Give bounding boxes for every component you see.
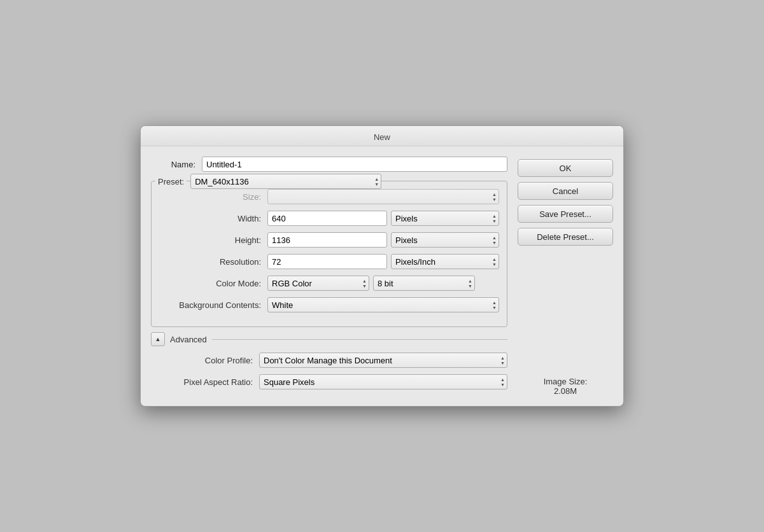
resolution-label: Resolution: [159,257,267,267]
color-profile-control-area: Don't Color Manage this Document [259,353,507,368]
ok-button[interactable]: OK [518,159,613,177]
name-input[interactable] [202,157,507,172]
size-select[interactable] [267,189,499,204]
width-unit-select[interactable]: Pixels Inches Centimeters [391,211,499,226]
preset-group: Preset: DM_640x1136 Size: [151,181,507,327]
color-mode-control-area: RGB Color CMYK Color Grayscale 8 bit 16 … [267,276,499,291]
height-row: Height: Pixels Inches Centimeters [159,232,499,248]
color-profile-wrapper: Don't Color Manage this Document [259,353,507,368]
resolution-unit-select[interactable]: Pixels/Inch Pixels/Centimeter [391,254,499,269]
dialog-title: New [374,132,390,142]
preset-group-label-row: Preset: DM_640x1136 [155,174,381,189]
resolution-control-area: Pixels/Inch Pixels/Centimeter [267,254,499,269]
image-size-block: Image Size: 2.08M [518,339,613,396]
advanced-divider [212,339,507,340]
bit-depth-wrapper: 8 bit 16 bit 32 bit [373,276,475,291]
resolution-row: Resolution: Pixels/Inch Pixels/Centimete… [159,254,499,269]
background-control-area: White Black Background Color Transparent [267,297,499,312]
resolution-input[interactable] [267,254,387,269]
pixel-aspect-label: Pixel Aspect Ratio: [151,377,259,387]
save-preset-button[interactable]: Save Preset... [518,205,613,223]
height-label: Height: [159,235,267,245]
background-contents-select[interactable]: White Black Background Color Transparent [267,297,499,312]
preset-select-wrapper: DM_640x1136 [190,174,381,189]
size-label: Size: [159,192,267,202]
bit-depth-select[interactable]: 8 bit 16 bit 32 bit [373,276,475,291]
pixel-aspect-wrapper: Square Pixels [259,374,507,389]
image-size-label: Image Size: [518,377,613,386]
advanced-toggle-icon: ▲ [155,336,161,342]
color-mode-select[interactable]: RGB Color CMYK Color Grayscale [267,276,369,291]
advanced-toggle-button[interactable]: ▲ [151,332,165,346]
new-document-dialog: New Name: Preset: DM_640x1136 [140,125,624,407]
color-mode-wrapper: RGB Color CMYK Color Grayscale [267,276,369,291]
right-panel: OK Cancel Save Preset... Delete Preset..… [518,157,613,396]
image-size-value: 2.08M [518,386,613,396]
size-select-wrapper [267,189,499,204]
preset-key-label: Preset: [155,177,187,186]
advanced-row: ▲ Advanced [151,332,507,346]
size-control-area [267,189,499,204]
size-row: Size: [159,189,499,204]
preset-select[interactable]: DM_640x1136 [190,174,381,189]
name-label: Name: [151,160,202,169]
advanced-label: Advanced [170,335,207,344]
background-contents-wrapper: White Black Background Color Transparent [267,297,499,312]
cancel-button[interactable]: Cancel [518,182,613,200]
width-unit-wrapper: Pixels Inches Centimeters [391,211,499,226]
background-contents-label: Background Contents: [159,300,267,310]
left-panel: Name: Preset: DM_640x1136 Size: [151,157,507,396]
pixel-aspect-row: Pixel Aspect Ratio: Square Pixels [151,374,507,389]
color-profile-select[interactable]: Don't Color Manage this Document [259,353,507,368]
delete-preset-button[interactable]: Delete Preset... [518,228,613,246]
width-row: Width: Pixels Inches Centimeters [159,211,499,226]
color-mode-row: Color Mode: RGB Color CMYK Color Graysca… [159,276,499,291]
color-profile-row: Color Profile: Don't Color Manage this D… [151,353,507,368]
height-unit-select[interactable]: Pixels Inches Centimeters [391,232,499,248]
width-input[interactable] [267,211,387,226]
height-control-area: Pixels Inches Centimeters [267,232,499,248]
width-label: Width: [159,214,267,223]
pixel-aspect-control-area: Square Pixels [259,374,507,389]
background-contents-row: Background Contents: White Black Backgro… [159,297,499,312]
color-mode-label: Color Mode: [159,279,267,288]
height-unit-wrapper: Pixels Inches Centimeters [391,232,499,248]
color-profile-label: Color Profile: [151,356,259,365]
pixel-aspect-select[interactable]: Square Pixels [259,374,507,389]
dialog-title-bar: New [141,126,623,146]
width-control-area: Pixels Inches Centimeters [267,211,499,226]
name-row: Name: [151,157,507,172]
resolution-unit-wrapper: Pixels/Inch Pixels/Centimeter [391,254,499,269]
height-input[interactable] [267,232,387,248]
